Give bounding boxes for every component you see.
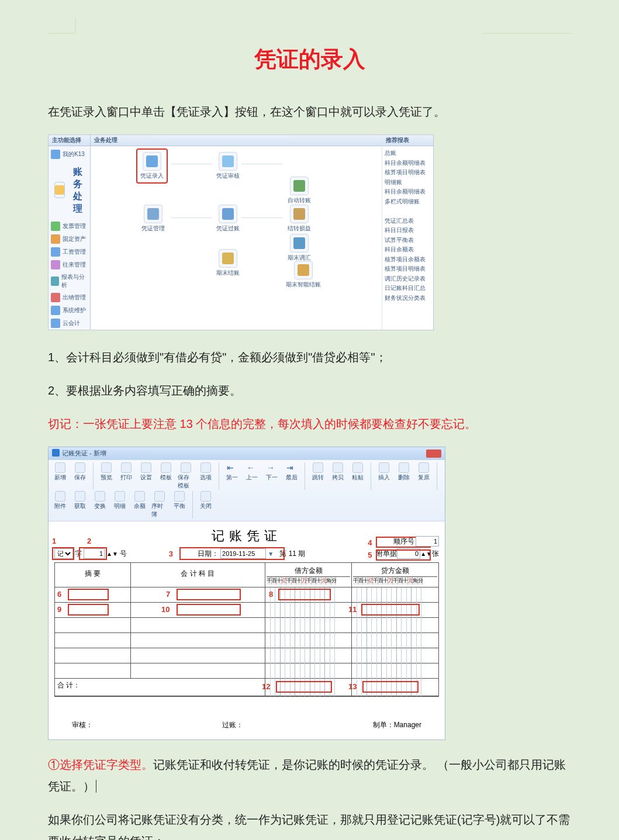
tb-最后[interactable]: ⇥最后 xyxy=(283,462,300,490)
maker-label: 制单：Manager xyxy=(373,720,421,730)
col-subject: 会 计 科 目 xyxy=(131,563,265,587)
report-link[interactable]: 多栏式明细账 xyxy=(385,197,431,207)
tb-粘贴[interactable]: 粘贴 xyxy=(350,462,366,490)
poster-label: 过账： xyxy=(222,720,243,730)
tb-附件[interactable]: 附件 xyxy=(52,491,68,518)
report-link[interactable]: 日记账科目汇总 xyxy=(385,284,431,293)
report-link[interactable]: 核算项目余额表 xyxy=(385,255,431,265)
app-icon xyxy=(52,449,60,457)
flow-smart-close[interactable]: 期末智能结账 xyxy=(283,261,323,289)
tb-跳转[interactable]: 跳转 xyxy=(310,462,326,490)
tb-新增[interactable]: 新增 xyxy=(52,462,68,490)
intro-text: 在凭证录入窗口中单击【凭证录入】按钮，在这个窗口中就可以录入凭证了。 xyxy=(48,101,571,123)
tb-明细[interactable]: 明细 xyxy=(112,491,128,518)
tb-第一[interactable]: ⇤第一 xyxy=(224,462,240,490)
tb-下一[interactable]: →下一 xyxy=(264,462,280,490)
reviewer-label: 审核： xyxy=(72,720,93,730)
flow-period-close[interactable]: 期末结账 xyxy=(212,249,244,277)
flow-auto-transfer[interactable]: 自动转账 xyxy=(283,177,315,205)
sidebar-item[interactable]: 发票管理 xyxy=(49,220,90,233)
col-debit: 借方金额 千百十亿千百十万千百十元角分 xyxy=(265,563,352,587)
report-link xyxy=(385,206,431,216)
report-link[interactable]: 财务状况分类表 xyxy=(385,293,431,303)
window-title: 记账凭证 - 新增 xyxy=(62,450,106,457)
remind-text: 切记：一张凭证上要注意 13 个信息的完整，每次填入的时候都要检查好不要忘记。 xyxy=(48,413,571,435)
report-link[interactable]: 科目余额表 xyxy=(385,245,431,255)
flow-voucher-review[interactable]: 凭证审核 xyxy=(212,152,244,180)
sidebar-item[interactable]: 出纳管理 xyxy=(49,291,90,304)
total-label: 合 计： xyxy=(55,679,265,696)
screenshot-voucher: 记账凭证 - 新增 新增保存预览打印设置模板保存模板选项⇤第一←上一→下一⇥最后… xyxy=(48,447,445,740)
s1-hdr-right: 推荐报表 xyxy=(382,135,433,146)
sidebar-item[interactable]: 固定资产 xyxy=(49,233,90,246)
tb-保存模板[interactable]: 保存模板 xyxy=(178,462,194,490)
seq-input[interactable] xyxy=(416,536,439,547)
tb-序时簿[interactable]: 序时簿 xyxy=(151,491,168,518)
module-icon xyxy=(54,182,65,198)
report-link[interactable]: 明细账 xyxy=(385,178,431,188)
report-link[interactable]: 核算项目明细表 xyxy=(385,168,431,178)
tb-获取[interactable]: 获取 xyxy=(72,491,88,518)
tb-插入[interactable]: 插入 xyxy=(376,462,392,490)
report-link[interactable]: 科目日报表 xyxy=(385,226,431,236)
rule-2: 2、要根据业务内容填写正确的摘要。 xyxy=(48,380,571,402)
flow-period-adjust[interactable]: 期末调汇 xyxy=(283,234,315,262)
tb-拷贝[interactable]: 拷贝 xyxy=(330,462,346,490)
col-credit: 贷方金额 千百十亿千百十万千百十元角分 xyxy=(352,563,438,587)
flow-voucher-entry[interactable]: 凭证录入 xyxy=(136,148,168,184)
tb-删除[interactable]: 删除 xyxy=(396,462,412,490)
tb-模板[interactable]: 模板 xyxy=(158,462,174,490)
report-link[interactable]: 科目余额明细表 xyxy=(385,187,431,197)
flow-voucher-post[interactable]: 凭证过账 xyxy=(212,205,244,233)
tb-保存[interactable]: 保存 xyxy=(72,462,88,490)
col-summary: 摘 要 xyxy=(55,563,131,587)
report-link[interactable]: 科目余额明细表 xyxy=(385,158,431,168)
sidebar-item[interactable]: 系统维护 xyxy=(49,304,90,317)
report-link[interactable]: 总账 xyxy=(385,148,431,158)
report-link[interactable]: 凭证汇总表 xyxy=(385,216,431,226)
tb-复原[interactable]: 复原 xyxy=(416,462,432,490)
s1-hdr-mid: 业务处理 xyxy=(91,135,382,146)
module-title: 账务处理 xyxy=(71,164,88,216)
s1-my[interactable]: 我的K13 xyxy=(49,146,90,163)
screenshot-flow: 主功能选择 我的K13 账务处理 发票管理固定资产工资管理往来管理报表与分析出纳… xyxy=(48,134,434,330)
flow-carry-profit[interactable]: 结转损益 xyxy=(283,205,315,233)
sidebar-item[interactable]: 往来管理 xyxy=(49,258,90,271)
tb-上一[interactable]: ←上一 xyxy=(244,462,260,490)
step1-text: ①选择凭证字类型。记账凭证和收付转凭证，是你记账的时候的凭证分录。 （一般小公司… xyxy=(48,754,571,797)
tb-平衡[interactable]: 平衡 xyxy=(171,491,188,518)
s1-hdr-left: 主功能选择 xyxy=(49,135,90,146)
tb-设置[interactable]: 设置 xyxy=(138,462,154,490)
tb-打印[interactable]: 打印 xyxy=(118,462,134,490)
tb-预览[interactable]: 预览 xyxy=(98,462,115,490)
tb-余额[interactable]: 余额 xyxy=(132,491,148,518)
tb-选项[interactable]: 选项 xyxy=(198,462,214,490)
report-link[interactable]: 核算项目明细表 xyxy=(385,264,431,274)
rule-1: 1、会计科目必须做到"有借必有贷"，金额必须做到"借贷必相等"； xyxy=(48,347,571,368)
flow-voucher-mgmt[interactable]: 凭证管理 xyxy=(137,205,169,233)
sidebar-item[interactable]: 报表与分析 xyxy=(49,271,90,291)
report-link[interactable]: 试算平衡表 xyxy=(385,236,431,246)
page-title: 凭证的录入 xyxy=(48,44,571,74)
tb-变换[interactable]: 变换 xyxy=(92,491,108,518)
sidebar-item[interactable]: 工资管理 xyxy=(49,246,90,258)
sidebar-item[interactable]: 云会计 xyxy=(49,317,90,330)
step1-text2: 如果你们公司将记账凭证没有分类，统一作为记账凭证，那就只用登记记账凭证(记字号)… xyxy=(48,809,571,840)
close-icon[interactable] xyxy=(426,450,441,458)
tb-关闭[interactable]: 关闭 xyxy=(198,491,214,518)
report-link[interactable]: 调汇历史记录表 xyxy=(385,274,431,284)
